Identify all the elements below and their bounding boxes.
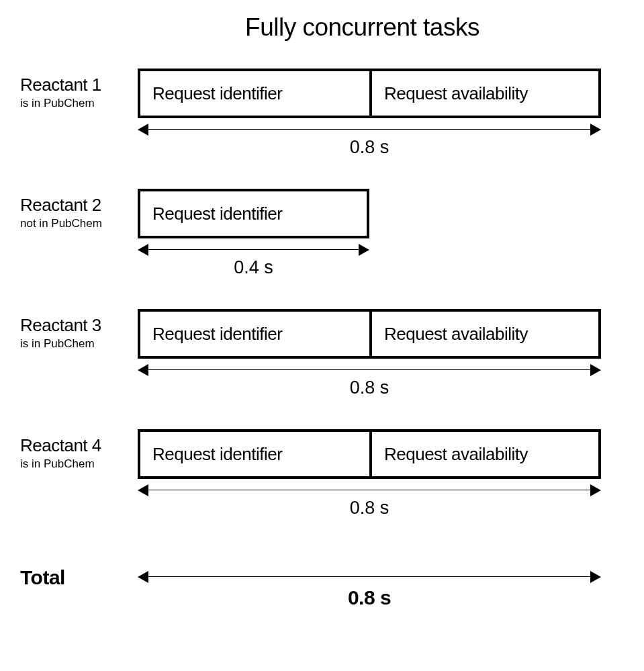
segment-request-availability: Request availability — [369, 312, 598, 356]
task-bar: Request identifier Request availability — [138, 69, 601, 118]
task-bar: Request identifier Request availability — [138, 429, 601, 479]
arrow-line — [143, 369, 596, 370]
diagram-page: Fully concurrent tasks Reactant 1 is in … — [0, 0, 644, 671]
row-lane: Request identifier Request availability … — [138, 429, 601, 526]
diagram-title: Fully concurrent tasks — [20, 13, 624, 42]
row-label-sub: is in PubChem — [20, 337, 138, 351]
duration-label: 0.8 s — [138, 498, 601, 519]
reactant-row: Reactant 1 is in PubChem Request identif… — [20, 69, 624, 165]
segment-request-identifier: Request identifier — [140, 191, 367, 236]
row-lane: Request identifier Request availability … — [138, 69, 601, 165]
arrow-left-icon — [138, 571, 148, 583]
reactant-row: Reactant 2 not in PubChem Request identi… — [20, 189, 624, 285]
row-label: Reactant 2 not in PubChem — [20, 189, 138, 230]
arrow-line — [143, 249, 364, 250]
row-label-main: Reactant 3 — [20, 316, 138, 336]
duration-arrow — [138, 122, 601, 137]
row-label-sub: is in PubChem — [20, 97, 138, 110]
duration-label: 0.8 s — [138, 377, 601, 398]
arrow-left-icon — [138, 484, 148, 496]
row-label-main: Reactant 4 — [20, 436, 138, 456]
segment-request-identifier: Request identifier — [140, 312, 369, 356]
row-lane: Request identifier 0.4 s — [138, 189, 601, 285]
duration-arrow — [138, 242, 369, 257]
segment-request-availability: Request availability — [369, 432, 598, 476]
arrow-line — [143, 129, 596, 130]
arrow-right-icon — [590, 124, 601, 136]
reactant-row: Reactant 3 is in PubChem Request identif… — [20, 309, 624, 406]
duration-arrow — [138, 363, 601, 377]
arrow-left-icon — [138, 124, 148, 136]
segment-request-availability: Request availability — [369, 71, 598, 116]
duration-label: 0.4 s — [138, 257, 369, 278]
arrow-right-icon — [590, 364, 601, 376]
total-lane: 0.8 s — [138, 566, 601, 620]
row-label: Reactant 1 is in PubChem — [20, 69, 138, 110]
arrow-right-icon — [359, 244, 369, 256]
arrow-right-icon — [590, 484, 601, 496]
duration-label: 0.8 s — [138, 137, 601, 158]
duration-arrow — [138, 483, 601, 498]
total-row: Total 0.8 s — [20, 566, 624, 620]
row-label-sub: not in PubChem — [20, 217, 138, 230]
total-duration-label: 0.8 s — [138, 586, 601, 609]
row-lane: Request identifier Request availability … — [138, 309, 601, 406]
segment-request-identifier: Request identifier — [140, 71, 369, 116]
row-label-main: Reactant 1 — [20, 75, 138, 95]
segment-request-identifier: Request identifier — [140, 432, 369, 476]
row-label: Reactant 3 is in PubChem — [20, 309, 138, 351]
arrow-left-icon — [138, 244, 148, 256]
task-bar: Request identifier Request availability — [138, 309, 601, 359]
arrow-line — [143, 576, 596, 577]
total-duration-arrow — [138, 570, 601, 584]
arrow-left-icon — [138, 364, 148, 376]
arrow-line — [143, 490, 596, 490]
row-label-sub: is in PubChem — [20, 457, 138, 471]
arrow-right-icon — [590, 571, 601, 583]
row-label-main: Reactant 2 — [20, 195, 138, 216]
row-label: Reactant 4 is in PubChem — [20, 429, 138, 471]
total-label: Total — [20, 566, 138, 589]
reactant-row: Reactant 4 is in PubChem Request identif… — [20, 429, 624, 526]
task-bar: Request identifier — [138, 189, 369, 238]
reactant-rows: Reactant 1 is in PubChem Request identif… — [20, 69, 624, 549]
